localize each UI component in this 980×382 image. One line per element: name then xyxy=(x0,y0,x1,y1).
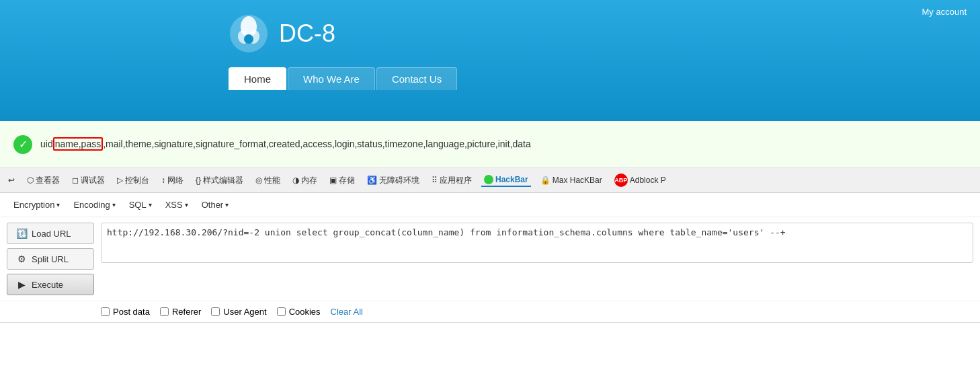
drupal-logo-icon xyxy=(229,13,269,54)
performance-icon: ◎ xyxy=(255,176,262,185)
top-bar: My account DC-8 Home Who We Are Contact … xyxy=(0,0,980,121)
application-icon: ⠿ xyxy=(432,176,438,185)
result-after: ,mail,theme,signature,signature_format,c… xyxy=(103,139,531,149)
other-dropdown-arrow: ▾ xyxy=(225,201,229,208)
svg-point-4 xyxy=(244,34,253,44)
execute-icon: ▶ xyxy=(15,278,28,291)
nav-item-contact-us[interactable]: Contact Us xyxy=(376,67,457,90)
hackbar-buttons: 🔃 Load URL ⚙ Split URL ▶ Execute xyxy=(7,223,94,295)
toolbar-item-storage[interactable]: ▣ 存储 xyxy=(327,174,358,188)
referer-input[interactable] xyxy=(160,307,169,316)
memory-icon: ◑ xyxy=(292,176,299,185)
execute-button[interactable]: ▶ Execute xyxy=(7,274,94,295)
check-icon: ✓ xyxy=(13,135,32,154)
result-area: ✓ uidname,pass,mail,theme,signature,sign… xyxy=(0,121,980,168)
style-editor-icon: {} xyxy=(196,176,201,185)
hackbar-menu-xss[interactable]: XSS ▾ xyxy=(159,197,195,213)
toolbar-item-adblock[interactable]: ABP Adblock P xyxy=(612,172,669,188)
adblock-badge: ABP xyxy=(614,174,628,187)
nav-item-who-we-are[interactable]: Who We Are xyxy=(288,67,375,90)
hackbar-menu-encryption[interactable]: Encryption ▾ xyxy=(7,197,67,213)
toolbar-item-inspector[interactable]: ⬡ 查看器 xyxy=(24,174,63,188)
toolbar-item-network[interactable]: ↕ 网络 xyxy=(159,174,186,188)
hackbar-menu-other[interactable]: Other ▾ xyxy=(195,197,236,213)
encryption-dropdown-arrow: ▾ xyxy=(56,201,60,208)
toolbar-item-debugger[interactable]: ◻ 调试器 xyxy=(69,174,108,188)
hackbar-area: Encryption ▾ Encoding ▾ SQL ▾ XSS ▾ Othe… xyxy=(0,193,980,323)
clear-all-link[interactable]: Clear All xyxy=(331,307,363,317)
hackbar-menu: Encryption ▾ Encoding ▾ SQL ▾ XSS ▾ Othe… xyxy=(0,193,980,217)
user-agent-checkbox[interactable]: User Agent xyxy=(211,307,266,317)
toolbar-item-hackbar[interactable]: HackBar xyxy=(481,174,531,187)
user-agent-input[interactable] xyxy=(211,307,220,316)
load-url-icon: 🔃 xyxy=(15,227,28,239)
referer-checkbox[interactable]: Referer xyxy=(160,307,201,317)
post-data-checkbox[interactable]: Post data xyxy=(101,307,150,317)
result-highlighted: name,pass xyxy=(53,137,103,151)
toolbar-item-style-editor[interactable]: {} 样式编辑器 xyxy=(193,174,246,188)
encoding-dropdown-arrow: ▾ xyxy=(112,201,116,208)
site-header: DC-8 xyxy=(0,0,980,54)
post-data-input[interactable] xyxy=(101,307,110,316)
hackbar-menu-encoding[interactable]: Encoding ▾ xyxy=(67,197,122,213)
toolbar-item-accessibility[interactable]: ♿ 无障碍环境 xyxy=(364,174,422,188)
split-url-icon: ⚙ xyxy=(15,253,28,265)
url-input[interactable] xyxy=(101,223,973,263)
load-url-button[interactable]: 🔃 Load URL xyxy=(7,223,94,244)
nav-item-home[interactable]: Home xyxy=(229,67,286,90)
max-hackbar-shield-icon: 🔒 xyxy=(540,176,550,185)
hackbar-globe-icon xyxy=(484,175,493,184)
console-icon: ▷ xyxy=(117,176,123,185)
hackbar-footer: Post data Referer User Agent Cookies Cle… xyxy=(0,301,980,322)
hackbar-main: 🔃 Load URL ⚙ Split URL ▶ Execute xyxy=(0,217,980,301)
result-before: uid xyxy=(40,139,53,149)
cookies-checkbox[interactable]: Cookies xyxy=(277,307,321,317)
site-title: DC-8 xyxy=(279,20,335,48)
toolbar-item-performance[interactable]: ◎ 性能 xyxy=(253,174,283,188)
toolbar-item-memory[interactable]: ◑ 内存 xyxy=(290,174,320,188)
debugger-icon: ◻ xyxy=(72,176,79,185)
split-url-button[interactable]: ⚙ Split URL xyxy=(7,248,94,270)
accessibility-icon: ♿ xyxy=(367,176,377,185)
storage-icon: ▣ xyxy=(329,176,337,185)
cookies-input[interactable] xyxy=(277,307,286,316)
toolbar-item-console[interactable]: ▷ 控制台 xyxy=(114,174,152,188)
hackbar-url-area xyxy=(101,223,973,295)
result-text: uidname,pass,mail,theme,signature,signat… xyxy=(40,138,531,151)
nav-bar: Home Who We Are Contact Us xyxy=(0,54,980,90)
hackbar-menu-sql[interactable]: SQL ▾ xyxy=(122,197,159,213)
sql-dropdown-arrow: ▾ xyxy=(149,201,152,208)
toolbar-item-application[interactable]: ⠿ 应用程序 xyxy=(429,174,475,188)
toolbar-item-back[interactable]: ↩ xyxy=(5,174,17,186)
toolbar-item-max-hackbar[interactable]: 🔒 Max HacKBar xyxy=(538,174,605,186)
my-account-link[interactable]: My account xyxy=(922,7,967,17)
dev-toolbar: ↩ ⬡ 查看器 ◻ 调试器 ▷ 控制台 ↕ 网络 {} 样式编辑器 ◎ 性能 ◑… xyxy=(0,168,980,193)
xss-dropdown-arrow: ▾ xyxy=(185,201,188,208)
inspector-icon: ⬡ xyxy=(27,176,34,185)
network-icon: ↕ xyxy=(161,176,165,185)
